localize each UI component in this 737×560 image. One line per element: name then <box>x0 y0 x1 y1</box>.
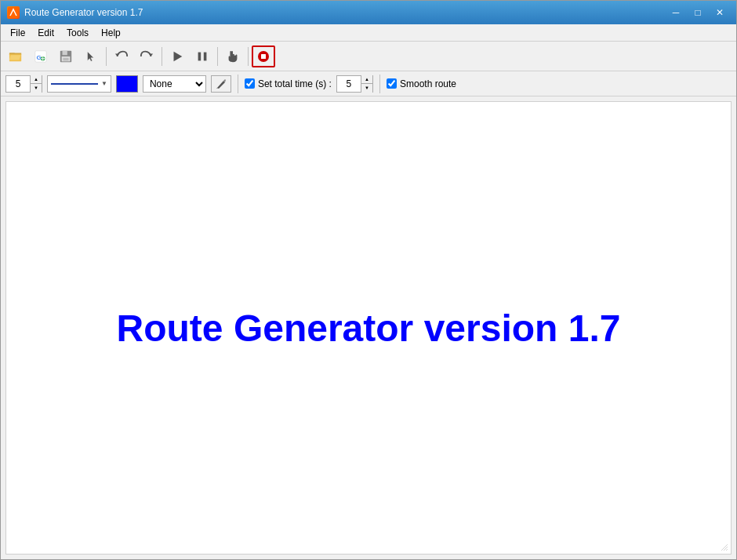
svg-rect-10 <box>63 57 68 60</box>
options-sep-1 <box>238 75 238 93</box>
stop-button[interactable] <box>191 45 214 67</box>
svg-line-20 <box>726 549 728 551</box>
time-up-button[interactable]: ▲ <box>361 75 372 84</box>
redo-button[interactable] <box>135 45 158 67</box>
toolbar-sep-2 <box>162 47 162 66</box>
line-sample-preview <box>51 83 98 85</box>
pen-icon <box>216 78 227 89</box>
cursor-button[interactable] <box>79 45 103 67</box>
cancel-record-button[interactable] <box>252 45 275 67</box>
play-icon <box>170 49 184 64</box>
google-maps-icon: G <box>34 49 48 64</box>
svg-rect-14 <box>198 52 201 60</box>
close-button[interactable]: ✕ <box>710 5 730 20</box>
svg-marker-13 <box>174 51 183 61</box>
options-bar: 5 ▲ ▼ ▼ None Linear Ease In Ease Out <box>1 71 736 96</box>
line-width-down-button[interactable]: ▼ <box>31 84 42 93</box>
set-total-time-group: Set total time (s) : <box>245 78 332 89</box>
color-picker[interactable] <box>116 75 138 93</box>
svg-marker-12 <box>149 53 153 56</box>
menu-help[interactable]: Help <box>95 26 127 40</box>
pen-tool-button[interactable] <box>211 75 231 93</box>
smooth-route-label: Smooth route <box>400 78 456 89</box>
svg-text:G: G <box>37 53 42 60</box>
canvas-watermark: Route Generator version 1.7 <box>117 307 621 350</box>
undo-button[interactable] <box>110 45 133 67</box>
open-folder-button[interactable] <box>4 45 27 67</box>
save-button[interactable] <box>54 45 78 67</box>
window-title: Route Generator version 1.7 <box>24 7 143 18</box>
save-icon <box>59 49 73 64</box>
smooth-route-group: Smooth route <box>387 78 456 89</box>
undo-icon <box>114 49 129 64</box>
redo-icon <box>140 49 154 64</box>
menu-tools[interactable]: Tools <box>60 26 95 40</box>
open-folder-icon <box>9 49 23 64</box>
menu-bar: File Edit Tools Help <box>1 24 736 42</box>
options-sep-2 <box>379 75 380 93</box>
stop-icon <box>195 49 209 64</box>
time-input[interactable]: 5 <box>337 76 361 92</box>
main-window: Route Generator version 1.7 ─ □ ✕ File E… <box>0 0 737 560</box>
time-down-button[interactable]: ▼ <box>361 84 372 93</box>
line-style-dropdown[interactable]: ▼ <box>47 75 111 93</box>
easing-select[interactable]: None Linear Ease In Ease Out <box>143 75 206 93</box>
stop-record-icon <box>258 51 269 62</box>
hand-tool-icon <box>226 49 240 64</box>
set-total-time-label: Set total time (s) : <box>258 78 332 89</box>
line-width-input[interactable]: 5 <box>6 76 30 92</box>
app-icon <box>7 6 20 19</box>
title-bar-left: Route Generator version 1.7 <box>7 6 143 19</box>
toolbar-sep-1 <box>106 47 107 66</box>
svg-rect-17 <box>261 54 266 59</box>
title-bar: Route Generator version 1.7 ─ □ ✕ <box>1 1 736 24</box>
line-width-up-button[interactable]: ▲ <box>31 75 42 84</box>
toolbar-sep-3 <box>217 47 218 66</box>
hand-tool-button[interactable] <box>221 45 245 67</box>
svg-rect-8 <box>63 50 67 54</box>
play-button[interactable] <box>165 45 189 67</box>
canvas-area: Route Generator version 1.7 <box>5 101 732 555</box>
svg-rect-15 <box>204 52 207 60</box>
set-total-time-checkbox[interactable] <box>245 78 255 89</box>
resize-handle[interactable] <box>720 543 729 552</box>
minimize-button[interactable]: ─ <box>666 5 686 20</box>
svg-rect-3 <box>9 53 21 54</box>
main-toolbar: G <box>1 42 736 71</box>
time-spinbtns: ▲ ▼ <box>361 75 372 93</box>
line-width-spinbtns: ▲ ▼ <box>30 75 42 93</box>
maximize-button[interactable]: □ <box>688 5 708 20</box>
time-spinner: 5 ▲ ▼ <box>336 75 373 93</box>
cursor-icon <box>84 49 98 64</box>
title-controls: ─ □ ✕ <box>666 5 730 20</box>
line-style-arrow: ▼ <box>101 80 107 87</box>
line-width-spinner: 5 ▲ ▼ <box>5 75 42 93</box>
menu-edit[interactable]: Edit <box>31 26 60 40</box>
smooth-route-checkbox[interactable] <box>387 78 397 89</box>
toolbar-sep-4 <box>248 47 249 66</box>
svg-marker-11 <box>115 53 119 56</box>
google-maps-button[interactable]: G <box>29 45 53 67</box>
menu-file[interactable]: File <box>4 26 31 40</box>
